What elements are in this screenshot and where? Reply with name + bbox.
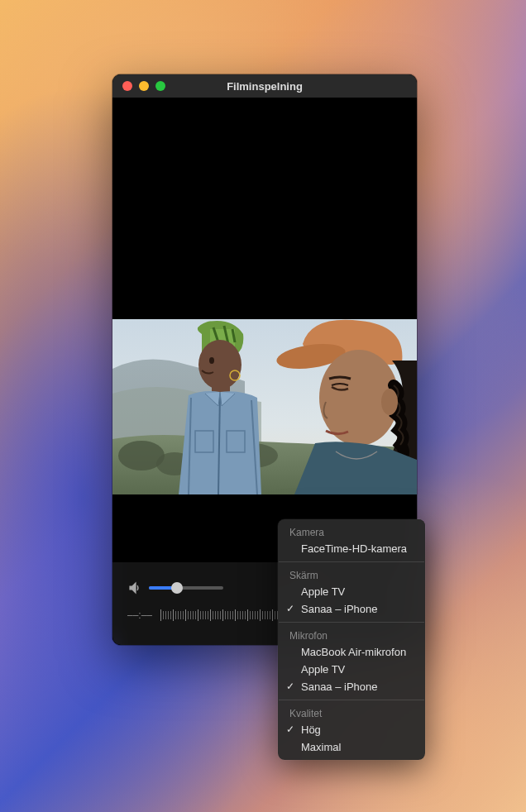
menu-item-label: Sanaa – iPhone bbox=[301, 603, 378, 615]
menu-divider bbox=[279, 561, 424, 562]
svg-point-13 bbox=[381, 389, 398, 415]
menu-item[interactable]: Apple TV bbox=[278, 583, 425, 600]
menu-item-label: Hög bbox=[301, 724, 321, 736]
menu-divider bbox=[279, 700, 424, 700]
close-button[interactable] bbox=[122, 81, 132, 91]
menu-item-label: Apple TV bbox=[301, 663, 345, 676]
menu-item-label: Maximal bbox=[301, 741, 341, 753]
window-titlebar[interactable]: Filminspelning bbox=[112, 74, 417, 98]
menu-item[interactable]: ✓Sanaa – iPhone bbox=[278, 600, 425, 618]
video-frame bbox=[112, 319, 417, 494]
checkmark-icon: ✓ bbox=[286, 681, 294, 692]
menu-item[interactable]: Maximal bbox=[278, 738, 425, 756]
svg-point-5 bbox=[198, 340, 241, 389]
checkmark-icon: ✓ bbox=[286, 603, 294, 614]
traffic-lights bbox=[112, 81, 165, 91]
menu-item[interactable]: ✓Hög bbox=[278, 721, 425, 738]
menu-item-label: Apple TV bbox=[301, 585, 345, 598]
time-display: ––:–– bbox=[127, 609, 152, 621]
menu-item[interactable]: MacBook Air-mikrofon bbox=[278, 643, 425, 661]
minimize-button[interactable] bbox=[139, 81, 149, 91]
menu-divider bbox=[279, 622, 424, 623]
fullscreen-button[interactable] bbox=[155, 81, 165, 91]
svg-point-6 bbox=[209, 357, 214, 364]
menu-section-header: Kvalitet bbox=[278, 705, 425, 721]
menu-item-label: FaceTime-HD-kamera bbox=[301, 542, 407, 555]
menu-item[interactable]: FaceTime-HD-kamera bbox=[278, 540, 425, 557]
menu-section-header: Skärm bbox=[278, 566, 425, 583]
menu-item-label: Sanaa – iPhone bbox=[301, 681, 378, 693]
menu-section-header: Kamera bbox=[278, 523, 425, 540]
menu-item[interactable]: ✓Sanaa – iPhone bbox=[278, 678, 425, 695]
volume-slider[interactable] bbox=[149, 586, 223, 590]
menu-section-header: Mikrofon bbox=[278, 627, 425, 643]
menu-item-label: MacBook Air-mikrofon bbox=[301, 646, 406, 658]
recording-options-menu: KameraFaceTime-HD-kameraSkärmApple TV✓Sa… bbox=[278, 519, 425, 760]
menu-item[interactable]: Apple TV bbox=[278, 661, 425, 678]
volume-icon bbox=[127, 581, 141, 595]
checkmark-icon: ✓ bbox=[286, 724, 294, 735]
